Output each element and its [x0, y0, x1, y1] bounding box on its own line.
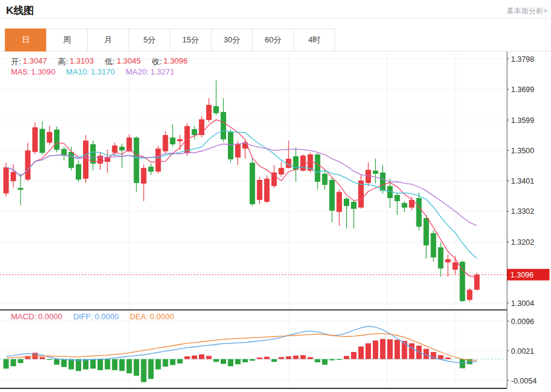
- open-value: 1.3047: [23, 56, 47, 67]
- high-value: 1.3103: [70, 56, 94, 67]
- ma10-value: 1.3170: [91, 67, 115, 76]
- tab-month[interactable]: 月: [87, 28, 129, 51]
- ma5-label: MA5:: [11, 67, 29, 76]
- kline-page: { "header": { "title": "K线图", "link": "基…: [0, 0, 551, 392]
- tab-30min[interactable]: 30分: [211, 28, 253, 51]
- svg-text:1.3202: 1.3202: [511, 238, 534, 247]
- ma-legend: MA5:1.3090 MA10:1.3170 MA20:1.3271: [11, 67, 185, 76]
- dea-label: DEA:: [130, 312, 148, 321]
- tab-60min[interactable]: 60分: [252, 28, 294, 51]
- close-value: 1.3096: [164, 56, 188, 67]
- high-label: 高:: [58, 56, 68, 67]
- diff-label: DIFF:: [73, 312, 93, 321]
- tab-day[interactable]: 日: [5, 28, 47, 51]
- ma20-value: 1.3271: [150, 67, 175, 76]
- macd-label: MACD:: [11, 312, 36, 321]
- tab-5min[interactable]: 5分: [129, 28, 170, 51]
- open-label: 开:: [11, 56, 21, 67]
- svg-text:0.0096: 0.0096: [511, 317, 534, 326]
- tab-week[interactable]: 周: [46, 28, 88, 51]
- low-value: 1.3045: [116, 56, 141, 67]
- svg-text:1.3302: 1.3302: [511, 207, 534, 216]
- macd-legend: MACD:0.0000 DIFF:0.0000 DEA:0.0000: [11, 312, 185, 321]
- tab-4hour[interactable]: 4时: [293, 28, 335, 51]
- svg-text:1.3096: 1.3096: [510, 271, 533, 279]
- svg-text:1.3500: 1.3500: [511, 147, 534, 155]
- svg-text:1.3401: 1.3401: [511, 177, 534, 185]
- macd-value: 0.0000: [38, 312, 62, 321]
- svg-text:1.3798: 1.3798: [511, 55, 534, 64]
- svg-text:1.3004: 1.3004: [511, 299, 534, 308]
- svg-text:-0.0054: -0.0054: [511, 377, 536, 385]
- ma10-label: MA10:: [66, 67, 89, 76]
- svg-text:1.3699: 1.3699: [511, 85, 534, 94]
- ma20-label: MA20:: [125, 67, 149, 76]
- close-label: 收:: [152, 56, 162, 67]
- low-label: 低:: [105, 56, 115, 67]
- dea-value: 0.0000: [150, 312, 174, 321]
- svg-text:1.3599: 1.3599: [511, 116, 534, 125]
- ohlc-legend: 开:1.3047 高:1.3103 低:1.3045 收:1.3096: [11, 56, 199, 67]
- tab-15min[interactable]: 15分: [170, 28, 212, 51]
- period-tabbar: 日 周 月 5分 15分 30分 60分 4时: [5, 28, 335, 51]
- svg-text:0.0021: 0.0021: [511, 347, 534, 356]
- ma5-value: 1.3090: [31, 67, 55, 76]
- diff-value: 0.0000: [95, 312, 119, 321]
